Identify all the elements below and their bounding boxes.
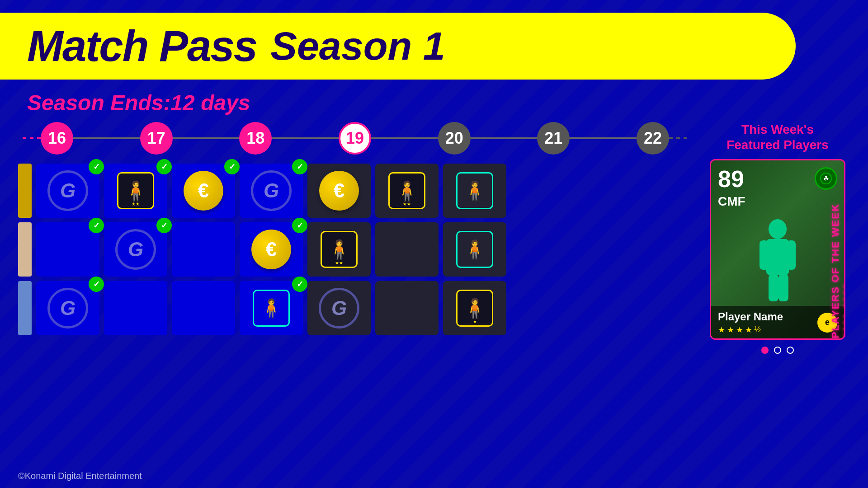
header-season: Season 1 [270, 23, 445, 69]
g-icon: G [47, 288, 88, 328]
player-cyan-icon: 🧍 [456, 172, 493, 209]
player-icon: 🧍 ★★ [388, 172, 425, 209]
svg-rect-4 [760, 240, 769, 270]
tl-line-3 [272, 137, 339, 139]
checkmark: ✓ [89, 159, 104, 174]
grid-cell-r1-18[interactable]: ✓ € [172, 164, 235, 218]
timeline-week-20: 20 [438, 122, 471, 155]
g-icon: G [251, 170, 292, 211]
row-indicator-tan [18, 222, 32, 277]
grid-cell-r3-21[interactable] [375, 281, 439, 335]
grid-cell-r3-20[interactable]: G [307, 281, 371, 335]
tl-line-4 [371, 137, 438, 139]
grid-cell-r3-18[interactable] [172, 281, 235, 335]
grid-cell-r2-22[interactable]: 🧍 [443, 222, 506, 277]
coin-icon: € [319, 171, 359, 211]
player-cyan-icon: 🧍 [253, 290, 290, 327]
week-circle-18: 18 [239, 122, 272, 155]
grid-cell-r2-18[interactable] [172, 222, 235, 277]
player-name: Player Name [718, 310, 783, 323]
grid-cell-r1-21[interactable]: 🧍 ★★ [375, 164, 439, 218]
svg-rect-3 [766, 239, 789, 275]
player-icon: 🧍 ★ [456, 290, 493, 327]
g-icon: G [319, 288, 359, 328]
player-card-top: 89 CMF ☘ [711, 160, 844, 216]
featured-players-panel: This Week's Featured Players 89 CMF ☘ [705, 122, 850, 470]
checkmark: ✓ [156, 159, 172, 174]
dot-3[interactable] [787, 347, 794, 354]
g-icon: G [47, 170, 88, 211]
checkmark: ✓ [224, 159, 240, 174]
players-week-text: PLAYERS OF THE WEEK 2021-2022 [830, 188, 845, 338]
player-figure [711, 216, 844, 306]
dot-2[interactable] [774, 347, 781, 354]
row-indicator-blue [18, 281, 32, 335]
checkmark: ✓ [292, 218, 307, 233]
checkmark: ✓ [292, 277, 307, 292]
svg-rect-6 [769, 274, 778, 301]
grid-row-1: ✓ G ✓ 🧍 ★★ ✓ € ✓ [18, 164, 692, 218]
grid-cell-r1-20[interactable]: € [307, 164, 371, 218]
player-cyan-icon: 🧍 [456, 231, 493, 268]
coin-icon: € [251, 230, 291, 269]
grid-cell-r2-16[interactable]: ✓ [36, 222, 99, 277]
grid-cell-r2-20[interactable]: 🧍 ★★ [307, 222, 371, 277]
footer-copyright: ©Konami Digital Entertainment [18, 471, 142, 481]
week-circle-21: 21 [537, 122, 570, 155]
timeline-dash-left [23, 137, 41, 139]
grid-section: 16 17 18 19 [18, 122, 692, 470]
player-rating: 89 [718, 167, 745, 191]
player-card-bottom: Player Name ★ ★ ★ ★ ½ e [711, 306, 844, 339]
grid-cell-r1-22[interactable]: 🧍 [443, 164, 506, 218]
tl-line-5 [471, 137, 538, 139]
checkmark: ✓ [89, 218, 104, 233]
carousel-dots [761, 347, 794, 354]
grid-cell-r1-16[interactable]: ✓ G [36, 164, 99, 218]
grid-cell-r2-17[interactable]: ✓ G [104, 222, 167, 277]
grid-cell-r1-17[interactable]: ✓ 🧍 ★★ [104, 164, 167, 218]
week-circle-16: 16 [41, 122, 73, 155]
grid-cell-r3-16[interactable]: ✓ G [36, 281, 99, 335]
grid-cell-r2-21[interactable] [375, 222, 439, 277]
coin-icon: € [184, 171, 223, 211]
svg-text:☘: ☘ [823, 175, 829, 182]
week-circle-17: 17 [140, 122, 173, 155]
row-indicator-gold [18, 164, 32, 218]
grid-cell-r3-22[interactable]: 🧍 ★ [443, 281, 506, 335]
week-timeline: 16 17 18 19 [18, 122, 692, 155]
header-bar: Match Pass Season 1 [0, 13, 796, 80]
grid-cell-r3-19[interactable]: ✓ 🧍 [240, 281, 303, 335]
svg-rect-7 [778, 274, 788, 301]
tl-line-1 [73, 137, 140, 139]
svg-rect-5 [787, 240, 796, 270]
week-circle-20: 20 [438, 122, 471, 155]
main-content: 16 17 18 19 [18, 122, 850, 470]
header-title: Match Pass [27, 21, 257, 71]
week-circle-19: 19 [339, 122, 371, 155]
grid-row-3: ✓ G ✓ 🧍 G [18, 281, 692, 335]
week-circle-22: 22 [637, 122, 669, 155]
timeline-dash-right [669, 137, 687, 139]
featured-title: This Week's Featured Players [726, 122, 829, 152]
grid-row-2: ✓ ✓ G ✓ € 🧍 ★★ [18, 222, 692, 277]
timeline-week-16: 16 [41, 122, 73, 155]
tl-line-6 [570, 137, 637, 139]
club-badge: ☘ [815, 167, 837, 190]
timeline-week-19: 19 [339, 122, 371, 155]
svg-point-2 [769, 219, 787, 239]
checkmark: ✓ [156, 218, 172, 233]
player-stars: ★ ★ ★ ★ ½ [718, 325, 783, 335]
timeline-week-17: 17 [140, 122, 173, 155]
svg-text:e: e [825, 318, 830, 327]
grid-cell-r3-17[interactable] [104, 281, 167, 335]
checkmark: ✓ [292, 159, 307, 174]
dot-1[interactable] [761, 347, 769, 354]
player-icon: 🧍 ★★ [321, 231, 358, 268]
grid-cell-r1-19[interactable]: ✓ G [240, 164, 303, 218]
grid-cell-r2-19[interactable]: ✓ € [240, 222, 303, 277]
player-icon: 🧍 ★★ [117, 172, 154, 209]
checkmark: ✓ [89, 277, 104, 292]
player-card-bg: 89 CMF ☘ [711, 160, 844, 338]
player-card[interactable]: 89 CMF ☘ [710, 159, 845, 340]
player-position: CMF [718, 194, 745, 209]
